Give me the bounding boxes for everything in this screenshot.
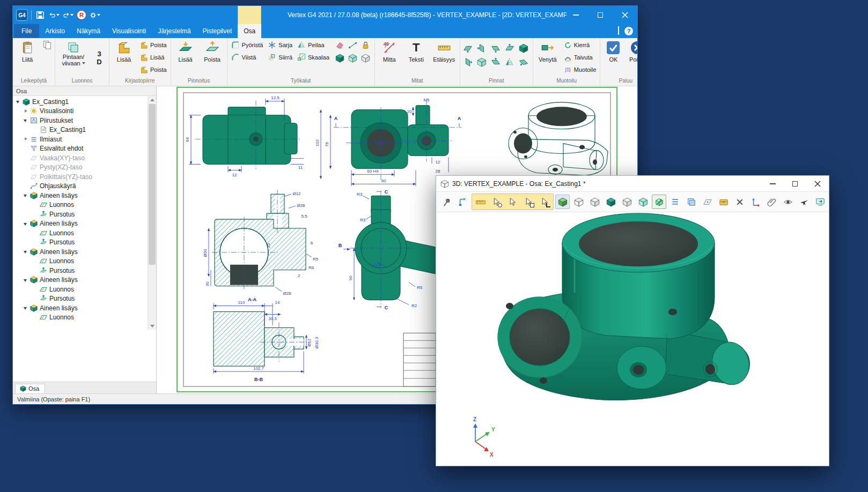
tab-arkisto[interactable]: Arkisto (39, 24, 71, 38)
dim-text[interactable]: R2 (411, 303, 417, 308)
chevron-right-icon[interactable] (23, 108, 29, 114)
select-box-button[interactable] (521, 195, 536, 209)
save-button[interactable] (35, 10, 46, 20)
section-label[interactable]: A (458, 116, 461, 121)
dim-text[interactable]: Ø30.3 (314, 337, 319, 348)
tree-item-aineen-lisays-4[interactable]: Aineen lisäys (13, 275, 148, 285)
text-button[interactable]: T Teksti (403, 39, 429, 76)
section-title[interactable]: B-B (254, 377, 263, 382)
scale-button[interactable]: Skaalaa (295, 51, 332, 63)
tree-scrollbar[interactable] (148, 96, 156, 330)
surface-tool-5-button[interactable] (518, 42, 529, 54)
select-corner-button[interactable] (538, 195, 552, 209)
dim-text[interactable]: 30 (205, 281, 210, 286)
exit-button[interactable]: Poistu (626, 39, 637, 76)
tab-pistepilvet[interactable]: Pistepilvet (197, 24, 238, 38)
measure-button[interactable] (473, 195, 488, 209)
tree-item-aineen-lisays-3[interactable]: Aineen lisäys (13, 247, 148, 257)
tree-item-xy-plane[interactable]: Vaaka(XY)-taso (13, 153, 148, 163)
dim-text[interactable]: R5 (313, 257, 319, 262)
chevron-down-icon[interactable] (23, 117, 29, 124)
fillet-button[interactable]: Pyöristä (229, 39, 266, 51)
tab-visualisointi[interactable]: Visualisointi (106, 24, 152, 38)
dim-text[interactable]: M5 (423, 98, 430, 102)
tree-item-ohjauskayra[interactable]: Ohjauskäyrä (13, 182, 148, 191)
dim-text[interactable]: 110 (238, 300, 245, 305)
distance-button[interactable]: Etäisyys (430, 39, 458, 76)
solid-tool-1-button[interactable] (334, 52, 346, 64)
tree-item-aineen-lisays-5[interactable]: Aineen lisäys (13, 303, 148, 313)
collapse-ribbon-button[interactable] (618, 27, 619, 35)
pattern-button[interactable]: Sarja (266, 39, 295, 51)
solid-tool-3-button[interactable] (360, 52, 372, 64)
dim-text[interactable]: Ø28 (297, 203, 305, 208)
tree-item-aineen-lisays-1[interactable]: Aineen lisäys (13, 191, 148, 200)
dim-text[interactable]: 76 (325, 142, 329, 147)
render-wireframe-button[interactable] (571, 195, 586, 209)
surface-tool-9-button[interactable] (504, 56, 516, 68)
tree-item-piirustukset[interactable]: Piirustukset (13, 116, 148, 125)
dim-text[interactable]: Ø28 (283, 291, 291, 296)
tab-jarjestelma[interactable]: Järjestelmä (152, 24, 196, 38)
dim-text[interactable]: 90 (381, 178, 386, 183)
close-button[interactable] (613, 6, 637, 24)
chevron-down-icon[interactable] (23, 220, 29, 227)
tab-osa[interactable]: Osa (238, 24, 261, 38)
dim-text[interactable]: M10 (377, 141, 385, 146)
section-label[interactable]: A (334, 116, 338, 121)
dim-text[interactable]: Ø90 (203, 249, 208, 257)
tree-item-luonnos-5[interactable]: Luonnos (13, 313, 148, 323)
tab-nakyma[interactable]: Näkymä (71, 24, 106, 38)
visibility-button[interactable] (781, 195, 795, 209)
dim-text[interactable]: 14 (275, 300, 280, 305)
maximize-button[interactable] (588, 6, 613, 24)
layers-button[interactable] (684, 195, 698, 209)
move-button[interactable]: Siirrä (266, 51, 295, 63)
dim-text[interactable]: 12 (232, 173, 237, 177)
section-label[interactable]: C (385, 189, 388, 195)
dim-text[interactable]: R3 (360, 218, 366, 222)
library-remove-2-button[interactable]: Poista (138, 64, 169, 76)
paste-button[interactable]: Liitä (14, 39, 40, 76)
render-shaded-button[interactable] (555, 195, 570, 209)
tree-item-aineen-lisays-2[interactable]: Aineen lisäys (13, 219, 148, 229)
bend-button[interactable]: Taivuta (562, 51, 599, 63)
dim-text[interactable]: 91.5 (372, 263, 381, 267)
tree-item-luonnos-2[interactable]: Luonnos (13, 228, 148, 238)
section-label[interactable]: C (385, 305, 388, 310)
tree-item-esivalitut[interactable]: Esivalitut ehdot (13, 144, 148, 154)
part-3d[interactable] (498, 213, 754, 400)
tree-item-xz-plane[interactable]: Pysty(XZ)-taso (13, 163, 148, 173)
library-remove-button[interactable]: Poista (138, 39, 169, 51)
surface-tool-10-button[interactable] (518, 56, 529, 68)
minimize-button[interactable] (761, 176, 784, 192)
close-button[interactable] (806, 176, 829, 192)
maximize-button[interactable] (784, 176, 806, 192)
library-add-button[interactable]: Lisää (111, 39, 137, 76)
tree-item-luonnos-4[interactable]: Luonnos (13, 285, 148, 294)
chevron-right-icon[interactable] (23, 136, 29, 143)
orient-view-button[interactable] (455, 195, 470, 209)
copy-button[interactable] (41, 39, 53, 51)
dimension-button[interactable]: 45 Mitta (377, 39, 402, 76)
stretch-button[interactable]: Venytä (535, 39, 561, 76)
chevron-down-icon[interactable] (23, 277, 29, 283)
help-button[interactable]: ? (624, 27, 633, 35)
tree-item-root[interactable]: Ex_Casting1 (13, 97, 148, 107)
coating-remove-button[interactable]: Poista (200, 39, 225, 76)
dim-text[interactable]: 90 (348, 275, 353, 280)
surface-tool-3-button[interactable] (490, 42, 502, 54)
morph-button[interactable]: Muotoile (562, 64, 599, 76)
dim-text[interactable]: 5.5 (301, 214, 307, 219)
surface-tool-6-button[interactable] (462, 56, 474, 68)
dim-text[interactable]: 64 (185, 137, 190, 142)
sketch-on-face-button[interactable]: Pintaan/ viivaan (57, 39, 90, 76)
chamfer-button[interactable]: Viistä (229, 51, 266, 63)
tab-file[interactable]: File (14, 24, 39, 38)
erase-button[interactable] (334, 39, 346, 51)
tree-item-luonnos-3[interactable]: Luonnos (13, 257, 148, 266)
render-solid-button[interactable] (604, 195, 618, 209)
chevron-down-icon[interactable] (15, 99, 21, 105)
feature-list-button[interactable] (668, 195, 682, 209)
fly-through-button[interactable] (797, 195, 811, 209)
